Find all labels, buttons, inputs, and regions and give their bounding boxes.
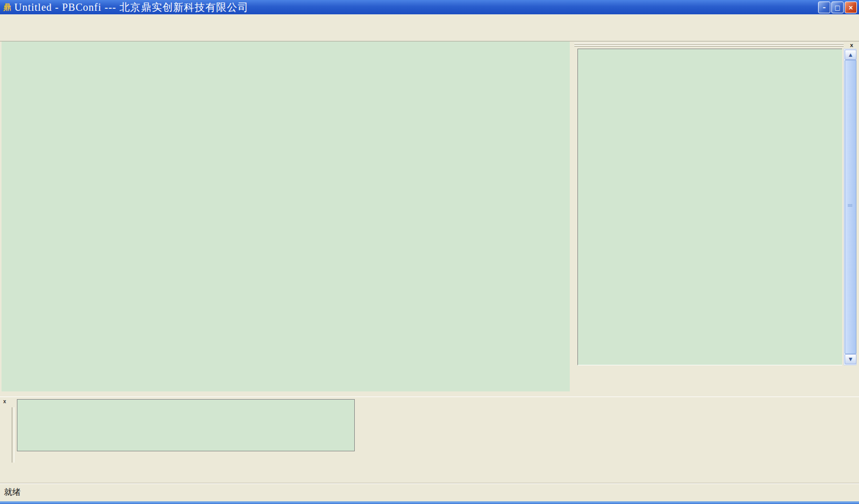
- menu-bar: [0, 14, 859, 30]
- app-window: 鼎 Untitled - PBConfi --- 北京鼎实创新科技有限公司 –□…: [0, 0, 859, 504]
- window-title: Untitled - PBConfi --- 北京鼎实创新科技有限公司: [14, 1, 248, 14]
- device-tree-panel: x ▲ ▼: [571, 41, 859, 397]
- panel-grip[interactable]: [574, 43, 844, 45]
- tree-panel-close-button[interactable]: x: [848, 42, 855, 49]
- scroll-up-button[interactable]: ▲: [845, 50, 856, 60]
- module-table-panel: x: [0, 397, 859, 484]
- table-panel-grip[interactable]: [12, 407, 14, 463]
- scrollbar-thumb[interactable]: [845, 60, 856, 354]
- device-tree: [577, 49, 842, 365]
- module-table: [17, 399, 355, 451]
- toolbar: [0, 30, 859, 41]
- status-bar: 就绪: [0, 484, 859, 502]
- minimize-button[interactable]: –: [818, 2, 830, 13]
- window-controls: –□×: [818, 2, 857, 13]
- table-panel-close-button[interactable]: x: [2, 399, 8, 405]
- diagram-canvas[interactable]: [2, 41, 570, 391]
- close-button[interactable]: ×: [845, 2, 857, 13]
- taskbar-edge: [0, 501, 859, 504]
- workspace: x ▲ ▼: [0, 41, 859, 397]
- scroll-down-button[interactable]: ▼: [845, 354, 856, 364]
- status-text: 就绪: [4, 487, 20, 498]
- app-logo-icon: 鼎: [2, 2, 12, 12]
- panel-grip[interactable]: [574, 45, 844, 47]
- maximize-button[interactable]: □: [831, 2, 844, 13]
- tree-scrollbar[interactable]: ▲ ▼: [844, 49, 856, 365]
- titlebar[interactable]: 鼎 Untitled - PBConfi --- 北京鼎实创新科技有限公司 –□…: [0, 0, 859, 14]
